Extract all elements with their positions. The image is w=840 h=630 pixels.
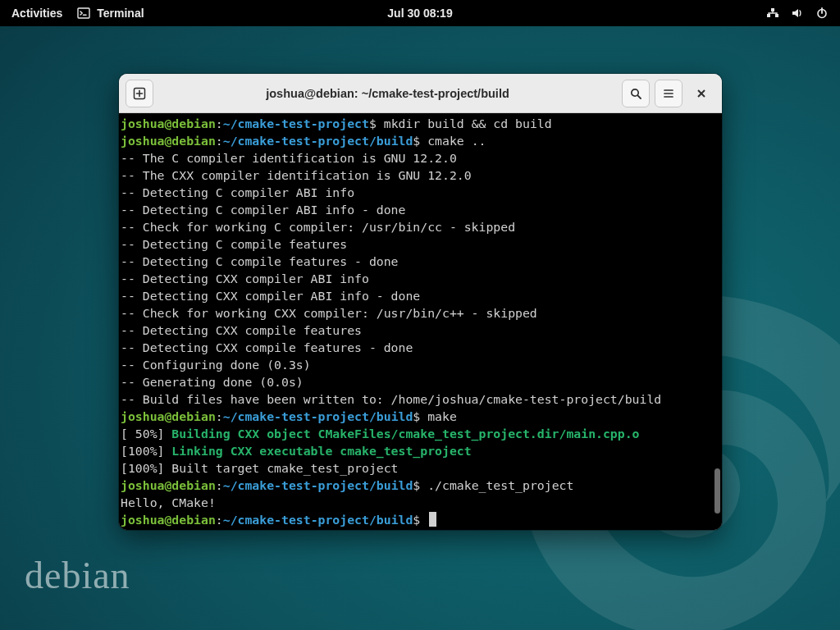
network-icon[interactable] (766, 7, 779, 20)
volume-icon[interactable] (791, 7, 804, 20)
gnome-top-panel: Activities Terminal Jul 30 08:19 (0, 0, 840, 26)
clock[interactable]: Jul 30 08:19 (387, 7, 452, 20)
window-headerbar: joshua@debian: ~/cmake-test-project/buil… (119, 74, 722, 113)
svg-rect-3 (775, 14, 778, 17)
scrollbar-thumb[interactable] (714, 468, 720, 514)
menu-button[interactable] (655, 80, 682, 107)
activities-button[interactable]: Activities (11, 7, 62, 20)
new-tab-button[interactable] (126, 80, 153, 107)
close-button[interactable] (687, 80, 715, 107)
window-title: joshua@debian: ~/cmake-test-project/buil… (153, 87, 622, 100)
svg-rect-2 (767, 14, 770, 17)
svg-line-11 (637, 95, 641, 98)
power-icon[interactable] (815, 7, 829, 20)
search-button[interactable] (622, 80, 650, 107)
current-app-menu[interactable]: Terminal (77, 7, 144, 20)
terminal-window: joshua@debian: ~/cmake-test-project/buil… (119, 74, 722, 530)
svg-rect-4 (771, 8, 774, 11)
svg-rect-0 (78, 8, 89, 18)
terminal-content[interactable]: joshua@debian:~/cmake-test-project$ mkdi… (119, 113, 712, 530)
terminal-icon (77, 7, 90, 20)
debian-wordmark: debian (25, 554, 130, 597)
terminal-scrollbar[interactable] (712, 113, 722, 530)
current-app-label: Terminal (97, 7, 144, 20)
